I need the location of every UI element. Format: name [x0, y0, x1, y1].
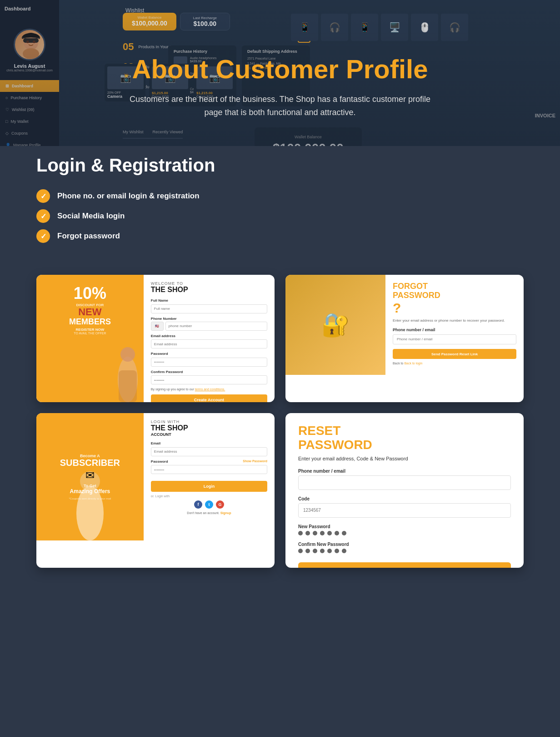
- features-list: ✓ Phone no. or email login & registratio…: [36, 189, 524, 243]
- reg-promo-members: MEMBERS: [41, 317, 139, 327]
- login-card-form: LOGIN WITH THE SHOP ACCOUNT Email Passwo…: [144, 413, 275, 540]
- amazing-text: Amazing Offers: [60, 488, 120, 495]
- password-field: Password: [151, 352, 267, 367]
- confirm-password-dots: [298, 549, 511, 553]
- promo-woman-figure: [114, 343, 141, 402]
- lock-icon: 🔐: [321, 312, 350, 338]
- login-with-text: LOGIN WITH: [151, 419, 267, 424]
- main-content: About Customer Profile Customers are the…: [0, 0, 560, 595]
- svg-point-6: [120, 347, 135, 362]
- login-twitter-icon[interactable]: t: [205, 500, 213, 509]
- reg-promo-avail: TO AVAIL THE OFFER: [41, 332, 139, 335]
- confirm-password-field: Confirm Password: [151, 370, 267, 385]
- reg-card-form: WELCOME TO THE SHOP Full Name Phone Numb…: [144, 275, 275, 402]
- forgot-phone-input[interactable]: [393, 334, 516, 344]
- email-input[interactable]: [151, 339, 267, 348]
- phone-input[interactable]: [165, 322, 267, 331]
- login-account-text: ACCOUNT: [151, 432, 267, 437]
- screenshots-grid: 10% DISCOUNT FOR NEW MEMBERS REGISTER NO…: [0, 270, 560, 595]
- reset-confirmpwd-field: Confirm New Password: [298, 542, 511, 553]
- feature-item-2: ✓ Social Media login: [36, 209, 524, 223]
- feature-item-1: ✓ Phone no. or email login & registratio…: [36, 189, 524, 203]
- reset-code-field: Code: [298, 496, 511, 524]
- reset-phone-field: Phone number / email: [298, 469, 511, 496]
- forgot-card-image: 🔐: [285, 275, 385, 375]
- reg-promo-register: REGISTER NOW: [41, 328, 139, 332]
- back-login-link[interactable]: Back to login: [404, 362, 422, 365]
- feature-label-1: Phone no. or email login & registration: [57, 192, 200, 201]
- forgot-card-form: FORGOT PASSWORD ? Enter your email addre…: [385, 275, 524, 375]
- check-icon-2: ✓: [36, 209, 50, 223]
- login-email-field: Email: [151, 441, 267, 456]
- forgot-title: FORGOT PASSWORD ?: [393, 282, 516, 315]
- forgot-phone-label: Phone number / email: [393, 328, 516, 332]
- subscriber-promo: Become A SUBSCRIBER ✉ To Get Amazing Off…: [36, 413, 144, 540]
- registration-card: 10% DISCOUNT FOR NEW MEMBERS REGISTER NO…: [36, 275, 275, 402]
- hero-title: About Customer Profile: [45, 55, 515, 84]
- confirm-input[interactable]: [151, 375, 267, 384]
- login-registration-section: Login & Registration ✓ Phone no. or emai…: [0, 146, 560, 270]
- check-icon-3: ✓: [36, 229, 50, 243]
- login-password-field: Password Show Password: [151, 459, 267, 475]
- forgot-subtitle: Enter your email address or phone number…: [393, 318, 516, 323]
- reg-card-promo: 10% DISCOUNT FOR NEW MEMBERS REGISTER NO…: [36, 275, 144, 402]
- phone-field: Phone Number 🇺🇸: [151, 317, 267, 331]
- login-card: Become A SUBSCRIBER ✉ To Get Amazing Off…: [36, 413, 275, 568]
- reset-subtitle: Enter your email address, Code & New Pas…: [298, 456, 511, 461]
- reg-promo-new: NEW: [41, 307, 139, 317]
- subscriber-text-block: Become A SUBSCRIBER ✉ To Get Amazing Off…: [60, 454, 120, 500]
- feature-item-3: ✓ Forgot password: [36, 229, 524, 243]
- login-section-title: Login & Registration: [36, 155, 524, 176]
- get-text: To Get: [60, 484, 120, 488]
- reset-newpwd-field: New Password: [298, 524, 511, 535]
- reg-shop-title: THE SHOP: [151, 286, 267, 294]
- welcome-text: WELCOME TO: [151, 281, 267, 286]
- login-shop-title: THE SHOP: [151, 424, 267, 432]
- feature-label-3: Forgot password: [57, 232, 120, 241]
- login-email-input[interactable]: [151, 447, 267, 456]
- dont-have-account-login: Don't have an account. Signup: [151, 511, 267, 515]
- login-password-input[interactable]: [151, 465, 267, 474]
- password-input[interactable]: [151, 358, 267, 367]
- fullname-field: Full Name: [151, 298, 267, 313]
- hero-subtitle: Customers are the heart of the business.…: [125, 93, 435, 119]
- reg-promo-text: 10% DISCOUNT FOR NEW MEMBERS REGISTER NO…: [41, 284, 139, 335]
- signup-link[interactable]: Signup: [220, 511, 231, 515]
- login-google-icon[interactable]: G: [216, 500, 224, 509]
- reg-promo-percent: 10%: [41, 284, 139, 303]
- reset-password-button[interactable]: Reset Password: [298, 562, 511, 568]
- reset-phone-input[interactable]: [298, 475, 511, 490]
- fullname-input[interactable]: [151, 304, 267, 313]
- email-field: Email address: [151, 334, 267, 349]
- social-icons-login: f t G: [151, 500, 267, 509]
- reset-password-card: RESET PASSWORD Enter your email address,…: [285, 413, 524, 568]
- svg-rect-7: [119, 370, 137, 402]
- subscriber-label: SUBSCRIBER: [60, 458, 120, 467]
- login-facebook-icon[interactable]: f: [194, 500, 202, 509]
- new-password-dots: [298, 531, 511, 535]
- mail-icon: ✉: [60, 469, 120, 482]
- or-login-text: or. Login with: [151, 495, 267, 498]
- reset-code-input[interactable]: [298, 503, 511, 518]
- reset-title: RESET PASSWORD: [298, 424, 511, 452]
- send-reset-link-button[interactable]: Send Password Reset Link: [393, 349, 516, 359]
- forgot-password-card: 🔐 FORGOT PASSWORD ? Enter your email add…: [285, 275, 524, 402]
- login-card-promo: Become A SUBSCRIBER ✉ To Get Amazing Off…: [36, 413, 144, 540]
- hero-section: About Customer Profile Customers are the…: [0, 0, 560, 146]
- terms-text: By signing up you agree to our terms and…: [151, 388, 267, 391]
- create-account-button[interactable]: Create Account: [151, 394, 267, 402]
- feature-label-2: Social Media login: [57, 212, 125, 221]
- check-icon-1: ✓: [36, 189, 50, 203]
- back-to-login: Back to Back to login: [393, 362, 516, 365]
- login-button[interactable]: Login: [151, 481, 267, 492]
- phone-flag[interactable]: 🇺🇸: [151, 322, 164, 331]
- coupon-note: *Coupons sent directly to your mail: [60, 497, 120, 500]
- show-password-link[interactable]: Show Password: [243, 459, 267, 464]
